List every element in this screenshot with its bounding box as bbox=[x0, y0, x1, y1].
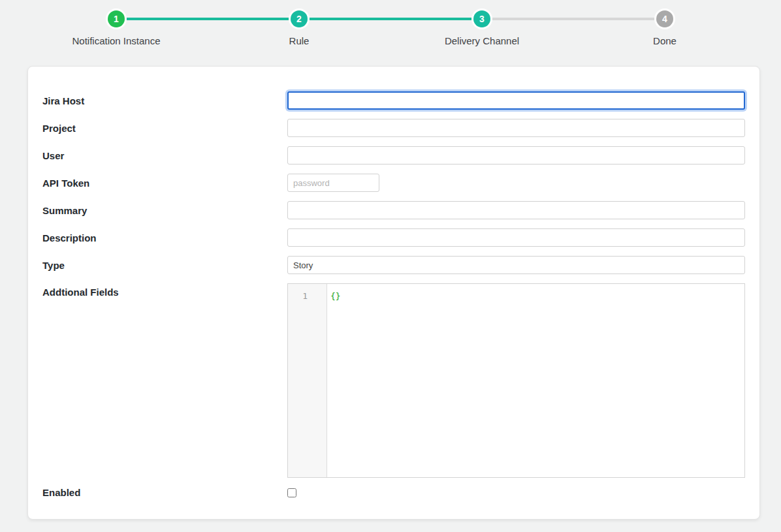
step-connector bbox=[491, 18, 656, 20]
editor-line-number-gutter: 1 bbox=[288, 284, 327, 477]
step-rule: 2 Rule bbox=[208, 10, 390, 46]
form-row-project: Project bbox=[42, 119, 745, 137]
user-label: User bbox=[42, 150, 287, 161]
api-token-label: API Token bbox=[42, 178, 287, 189]
project-input[interactable] bbox=[287, 119, 745, 137]
enabled-label: Enabled bbox=[42, 487, 287, 498]
json-code-editor: 1 {} bbox=[287, 283, 745, 478]
form-row-jira-host: Jira Host bbox=[42, 91, 745, 110]
project-label: Project bbox=[42, 123, 287, 134]
form-row-api-token: API Token bbox=[42, 174, 745, 192]
additional-fields-label: Addtional Fields bbox=[42, 283, 287, 298]
type-label: Type bbox=[42, 260, 287, 271]
wizard-stepper: 1 Notification Instance 2 Rule 3 Deliver… bbox=[0, 0, 781, 46]
form-row-user: User bbox=[42, 146, 745, 164]
summary-input[interactable] bbox=[287, 201, 745, 219]
step-2-label: Rule bbox=[289, 35, 310, 46]
enabled-checkbox[interactable] bbox=[287, 488, 296, 497]
api-token-input[interactable] bbox=[287, 174, 379, 192]
step-4-indicator[interactable]: 4 bbox=[656, 10, 673, 27]
jira-host-label: Jira Host bbox=[42, 95, 287, 106]
form-row-additional-fields: Addtional Fields 1 {} bbox=[42, 283, 745, 478]
summary-label: Summary bbox=[42, 205, 287, 216]
step-1-label: Notification Instance bbox=[72, 35, 160, 46]
step-done: 4 Done bbox=[573, 10, 756, 46]
form-row-type: Type bbox=[42, 256, 745, 274]
form-row-summary: Summary bbox=[42, 201, 745, 219]
type-input[interactable] bbox=[287, 256, 745, 274]
jira-host-input[interactable] bbox=[287, 91, 745, 110]
step-2-indicator[interactable]: 2 bbox=[291, 10, 308, 27]
form-row-enabled: Enabled bbox=[42, 487, 745, 498]
step-delivery-channel: 3 Delivery Channel bbox=[390, 10, 573, 46]
delivery-channel-form-card: Jira Host Project User API Token Summary… bbox=[27, 66, 760, 520]
step-3-label: Delivery Channel bbox=[445, 35, 519, 46]
form-row-description: Description bbox=[42, 228, 745, 247]
editor-code-area[interactable]: {} bbox=[327, 284, 744, 477]
step-connector bbox=[125, 18, 290, 20]
step-4-label: Done bbox=[653, 35, 677, 46]
user-input[interactable] bbox=[287, 146, 745, 164]
step-1-indicator[interactable]: 1 bbox=[108, 10, 125, 27]
description-label: Description bbox=[42, 232, 287, 243]
step-connector bbox=[308, 18, 473, 20]
description-input[interactable] bbox=[287, 228, 745, 247]
step-3-indicator[interactable]: 3 bbox=[473, 10, 490, 27]
step-notification-instance: 1 Notification Instance bbox=[25, 10, 208, 46]
